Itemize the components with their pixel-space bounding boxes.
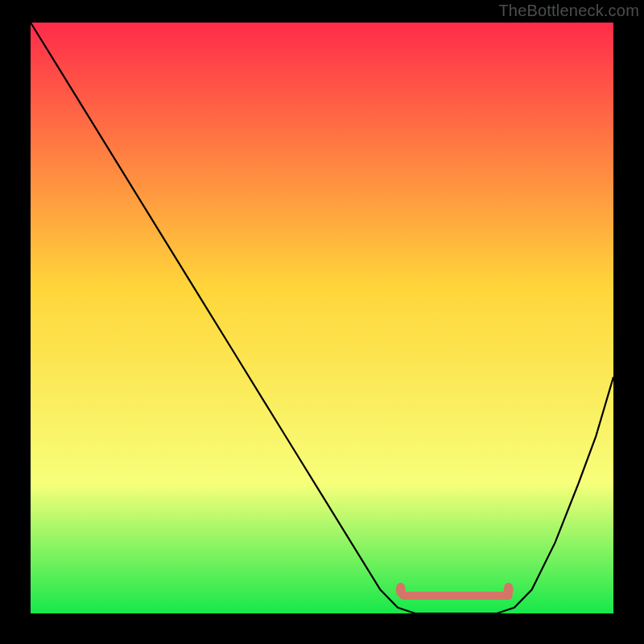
watermark-text: TheBottleneck.com [498, 2, 639, 20]
optimum-dot [504, 583, 514, 597]
plot-background [31, 23, 613, 613]
chart-canvas [0, 0, 644, 644]
optimum-dot [396, 583, 406, 597]
chart-frame: TheBottleneck.com [0, 0, 644, 644]
